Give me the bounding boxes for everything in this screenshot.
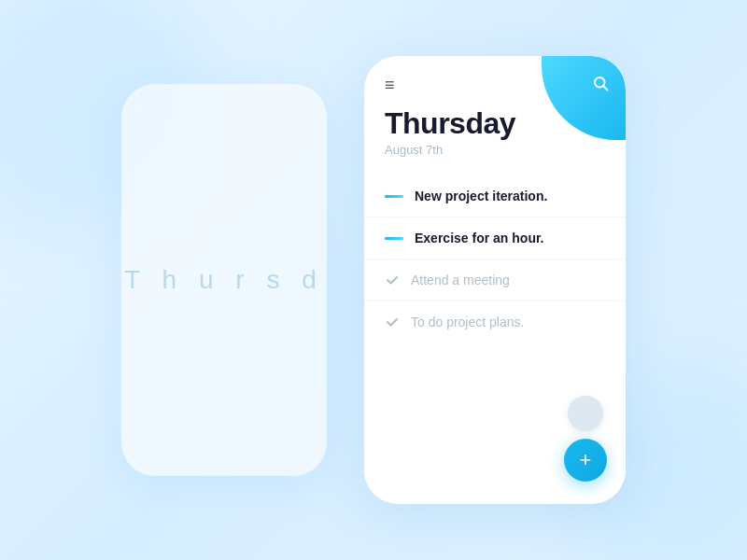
day-date: August 7th <box>385 143 605 157</box>
task-done-indicator <box>385 273 400 287</box>
task-item[interactable]: Attend a meeting <box>364 259 626 301</box>
day-title: Thursday <box>385 106 605 141</box>
phone-right: ≡ Thursday August 7th New project iterat… <box>364 56 626 504</box>
scene: T h u r s d ≡ Thursday August 7th New pr… <box>121 56 626 504</box>
task-active-indicator <box>385 195 403 198</box>
phone-left-day-text: T h u r s d <box>124 265 324 295</box>
fab-add-button[interactable]: + <box>564 439 607 482</box>
fab-secondary-button[interactable] <box>568 396 603 431</box>
task-item[interactable]: New project iteration. <box>364 175 626 217</box>
task-item[interactable]: Exercise for an hour. <box>364 217 626 259</box>
task-label: Exercise for an hour. <box>415 231 544 245</box>
fab-area: + <box>564 396 607 482</box>
svg-line-1 <box>603 86 607 90</box>
task-label: Attend a meeting <box>411 273 510 287</box>
task-label: New project iteration. <box>415 189 547 203</box>
task-item[interactable]: To do project plans. <box>364 301 626 343</box>
task-done-indicator <box>385 315 400 329</box>
task-active-indicator <box>385 237 403 240</box>
search-icon[interactable] <box>592 75 609 96</box>
hamburger-icon[interactable]: ≡ <box>385 77 605 93</box>
phone-header: ≡ Thursday August 7th <box>364 56 626 166</box>
phone-left: T h u r s d <box>121 84 327 476</box>
task-label: To do project plans. <box>411 315 524 329</box>
